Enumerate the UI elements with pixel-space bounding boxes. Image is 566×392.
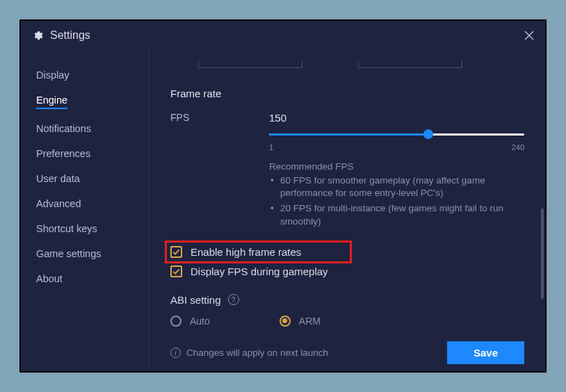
fps-row: FPS 150 1 240 Recommended FPS 60 FPS for xyxy=(170,112,524,231)
slider-fill xyxy=(269,133,428,136)
sidebar-item-about[interactable]: About xyxy=(21,266,149,291)
radio-label: Auto xyxy=(190,316,210,327)
radio-icon xyxy=(170,316,181,327)
checkbox-label: Display FPS during gameplay xyxy=(191,266,328,277)
main-panel: Frame rate FPS 150 1 240 Recommended FPS xyxy=(149,49,545,371)
checkbox-label: Enable high frame rates xyxy=(191,246,301,258)
sidebar-item-display[interactable]: Display xyxy=(21,63,149,88)
dropdown-1[interactable] xyxy=(198,61,302,68)
sidebar-item-preferences[interactable]: Preferences xyxy=(21,141,149,166)
settings-window: Settings Display Engine Notifications Pr… xyxy=(19,19,547,373)
recommended-title: Recommended FPS xyxy=(269,161,524,172)
fps-label: FPS xyxy=(170,112,269,123)
sidebar: Display Engine Notifications Preferences… xyxy=(21,49,149,371)
radio-label: ARM xyxy=(299,316,321,327)
window-title: Settings xyxy=(50,29,90,42)
info-icon: i xyxy=(170,348,181,358)
recommended-item: 20 FPS for multi-instance (few games mig… xyxy=(280,202,524,227)
checkbox-icon xyxy=(170,266,182,277)
radio-auto[interactable]: Auto xyxy=(170,316,210,327)
abi-radio-group: Auto ARM xyxy=(170,316,524,327)
slider-labels: 1 240 xyxy=(269,143,524,152)
sidebar-item-engine[interactable]: Engine xyxy=(21,88,149,116)
info-text: Changes will apply on next launch xyxy=(186,348,328,358)
top-dropdowns xyxy=(198,61,524,68)
checkbox-icon xyxy=(170,246,182,258)
sidebar-item-game-settings[interactable]: Game settings xyxy=(21,241,149,266)
abi-label: ABI setting xyxy=(170,294,221,306)
dropdown-2[interactable] xyxy=(358,61,462,68)
slider-min: 1 xyxy=(269,143,273,152)
checkbox-display-fps[interactable]: Display FPS during gameplay xyxy=(170,266,524,277)
slider-thumb[interactable] xyxy=(423,129,433,139)
scrollbar[interactable] xyxy=(541,209,544,299)
sidebar-item-shortcut-keys[interactable]: Shortcut keys xyxy=(21,216,149,241)
sidebar-item-user-data[interactable]: User data xyxy=(21,166,149,191)
titlebar: Settings xyxy=(21,21,545,49)
sidebar-item-advanced[interactable]: Advanced xyxy=(21,191,149,216)
footer: i Changes will apply on next launch Save xyxy=(170,341,524,364)
close-button[interactable] xyxy=(524,31,534,40)
frame-rate-title: Frame rate xyxy=(170,88,524,99)
recommended-item: 60 FPS for smoother gameplay (may affect… xyxy=(280,174,524,199)
fps-right: 150 1 240 Recommended FPS 60 FPS for smo… xyxy=(269,112,524,231)
fps-value: 150 xyxy=(269,112,524,124)
recommended-list: 60 FPS for smoother gameplay (may affect… xyxy=(269,174,524,228)
checkbox-enable-high-frame-rates[interactable]: Enable high frame rates xyxy=(165,240,352,263)
radio-arm[interactable]: ARM xyxy=(280,316,321,327)
body: Display Engine Notifications Preferences… xyxy=(21,49,545,371)
gear-icon xyxy=(32,30,43,41)
slider-max: 240 xyxy=(512,143,524,152)
help-icon[interactable]: ? xyxy=(228,294,239,305)
fps-slider[interactable] xyxy=(269,128,524,142)
sidebar-item-notifications[interactable]: Notifications xyxy=(21,116,149,141)
save-button[interactable]: Save xyxy=(447,341,524,364)
radio-icon xyxy=(280,316,291,327)
abi-setting-row: ABI setting ? xyxy=(170,294,524,306)
